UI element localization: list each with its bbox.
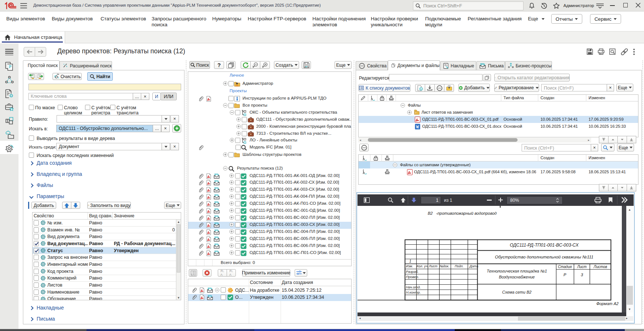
svg-text:1: 1 [409,259,411,263]
svg-text:Разраб.: Разраб. [406,270,418,274]
svg-text:Лист: Лист [428,264,438,268]
svg-text:ОДС111-РД-ТП01-001-ВС-003-СХ: ОДС111-РД-ТП01-001-ВС-003-СХ [510,243,579,248]
svg-text:Изм.: Изм. [406,264,413,268]
svg-text:Дата: Дата [469,264,478,268]
svg-text:Воздухоснабжение: Воздухоснабжение [499,275,535,279]
svg-text:Стадия: Стадия [558,265,572,269]
svg-text:Кол. уч.: Кол. уч. [417,264,428,268]
svg-text:Р: Р [563,273,566,277]
svg-text:3: 3 [581,273,583,277]
svg-text:Лист: Лист [577,265,587,269]
svg-text:Листов: Листов [593,265,607,269]
svg-text:Подп.: Подп. [455,264,464,268]
svg-text:Формат А2: Формат А2 [596,301,618,306]
svg-text:№док.: №док. [440,264,449,268]
svg-text:Схема сети В2: Схема сети В2 [502,290,531,294]
svg-text:Нач.отд.: Нач.отд. [406,285,421,289]
svg-text:Обустройство дополнительной ск: Обустройство дополнительной скважины №11… [495,255,593,259]
svg-text:Технологическая площадка №1: Технологическая площадка №1 [487,269,547,273]
svg-text:Н.контр.: Н.контр. [406,290,421,294]
svg-text:Провер.: Провер. [406,275,419,279]
